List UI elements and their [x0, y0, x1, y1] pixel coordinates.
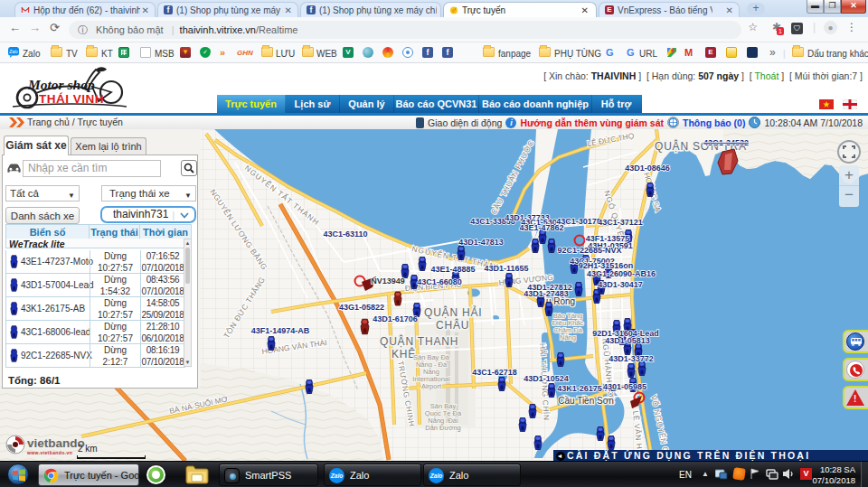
svg-text:43D1-10524: 43D1-10524	[524, 374, 569, 383]
svg-text:43G1-34532: 43G1-34532	[703, 138, 749, 147]
svg-text:43D1-08646: 43D1-08646	[625, 164, 670, 173]
svg-text:THÁI VINH: THÁI VINH	[39, 92, 104, 106]
svg-text:43C1-62718: 43C1-62718	[472, 368, 517, 377]
svg-text:Nẵng: Nẵng	[560, 333, 576, 342]
svg-text:92C1-22685-NVX: 92C1-22685-NVX	[557, 246, 621, 255]
svg-text:43C1-30178: 43C1-30178	[556, 217, 601, 226]
svg-text:43G1-26090-AB16: 43G1-26090-AB16	[587, 269, 656, 278]
svg-text:Zalo: Zalo	[8, 50, 18, 54]
svg-text:43D1-27483: 43D1-27483	[524, 289, 569, 298]
svg-text:43D1-05813: 43D1-05813	[605, 336, 650, 345]
svg-text:43F1-14974-AB: 43F1-14974-AB	[251, 326, 310, 335]
svg-text:Motor shop: Motor shop	[27, 77, 95, 92]
svg-text:Dẫn Đường: Dẫn Đường	[425, 424, 461, 432]
svg-text:43C1-63110: 43C1-63110	[323, 229, 367, 239]
svg-text:43D1-30417: 43D1-30417	[598, 280, 643, 289]
svg-text:QUẬN HẢI: QUẬN HẢI	[424, 305, 482, 319]
svg-text:43C1-66080: 43C1-66080	[417, 277, 462, 286]
svg-text:43D1-47813: 43D1-47813	[458, 238, 504, 247]
svg-text:4301-05985: 4301-05985	[603, 382, 646, 391]
svg-text:43D1-11655: 43D1-11655	[484, 264, 528, 273]
svg-text:QUẬN THANH: QUẬN THANH	[380, 334, 458, 348]
svg-text:NV13949: NV13949	[371, 276, 405, 286]
svg-text:Cầu Tiền Sơn: Cầu Tiền Sơn	[558, 396, 614, 406]
svg-text:Airport: Airport	[421, 382, 442, 390]
svg-text:43E1-48885: 43E1-48885	[430, 265, 475, 274]
svg-text:43D1-61706: 43D1-61706	[373, 314, 418, 323]
svg-text:43G1-05822: 43G1-05822	[339, 303, 384, 312]
svg-text:43D1-33772: 43D1-33772	[609, 354, 654, 363]
svg-text:43C1-37121: 43C1-37121	[598, 218, 643, 227]
svg-text:CHÂU: CHÂU	[436, 318, 469, 332]
